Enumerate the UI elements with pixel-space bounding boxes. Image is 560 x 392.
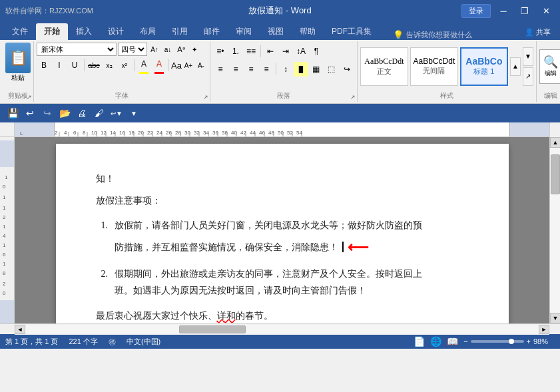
- show-para-button[interactable]: ¶: [309, 44, 324, 59]
- undo-list-qa[interactable]: ↩▼: [109, 106, 124, 120]
- decrease-indent-button[interactable]: ⇤: [263, 44, 278, 59]
- svg-text:1: 1: [3, 242, 6, 248]
- strikethrough-button[interactable]: abc: [87, 58, 101, 73]
- align-center-button[interactable]: ≡: [228, 62, 243, 77]
- horizontal-ruler: L 2 4 6 8 10 12 14 16 18 20: [15, 122, 549, 137]
- font-grow-btn[interactable]: A+: [182, 59, 194, 71]
- increase-indent-button[interactable]: ⇥: [278, 44, 293, 59]
- subscript-button[interactable]: x₂: [102, 58, 117, 73]
- multilevel-button[interactable]: ≡≡: [244, 44, 258, 59]
- zoom-control: − + 98%: [463, 337, 555, 345]
- paste-button[interactable]: 📋 粘贴: [5, 43, 31, 83]
- zoom-thumb[interactable]: [509, 339, 514, 344]
- clipboard-expand-icon[interactable]: ↗: [27, 94, 32, 100]
- styles-expand[interactable]: ↗: [523, 67, 533, 86]
- ending-paragraph: 最后衷心祝愿大家过个快乐、详和的春节。: [96, 307, 469, 323]
- tab-mailings[interactable]: 邮件: [196, 23, 228, 40]
- tab-view[interactable]: 视图: [260, 23, 292, 40]
- save-button-qa[interactable]: 💾: [5, 106, 20, 120]
- italic-button[interactable]: I: [52, 58, 67, 73]
- svg-text:1: 1: [3, 261, 6, 267]
- minimize-button[interactable]: ─: [495, 3, 512, 18]
- shading-button[interactable]: █: [294, 62, 308, 77]
- restore-button[interactable]: ❐: [516, 3, 533, 18]
- tab-file[interactable]: 文件: [4, 23, 36, 40]
- underline-button[interactable]: U: [67, 58, 82, 73]
- format-painter-qa[interactable]: 🖌: [92, 106, 107, 120]
- undo-button-qa[interactable]: ↩: [23, 106, 37, 120]
- font-expand-icon[interactable]: ↗: [203, 94, 208, 100]
- numbering-button[interactable]: 1.: [228, 44, 243, 59]
- font-size-select[interactable]: 四号: [118, 43, 147, 56]
- clear-format-button[interactable]: ✦: [188, 43, 200, 55]
- hscroll-left[interactable]: ◄: [15, 325, 25, 334]
- view-read[interactable]: 📖: [447, 336, 458, 347]
- style-no-spacing[interactable]: AaBbCcDdt 无间隔: [410, 47, 458, 86]
- styles-scroll-up[interactable]: ▲: [510, 57, 521, 76]
- style-heading1[interactable]: AaBbCo 标题 1: [460, 47, 508, 86]
- view-print[interactable]: 📄: [414, 336, 425, 347]
- tab-layout[interactable]: 布局: [132, 23, 164, 40]
- view-web[interactable]: 🌐: [430, 336, 441, 347]
- tab-help[interactable]: 帮助: [292, 23, 324, 40]
- scroll-down-button[interactable]: ▼: [550, 313, 560, 323]
- tab-insert[interactable]: 插入: [68, 23, 100, 40]
- zoom-level[interactable]: 98%: [533, 337, 555, 345]
- sort-button[interactable]: ↕A: [294, 44, 308, 59]
- zoom-slider[interactable]: [471, 340, 524, 343]
- scroll-thumb[interactable]: [551, 154, 560, 194]
- tab-design[interactable]: 设计: [100, 23, 132, 40]
- justify-button[interactable]: ≡: [259, 62, 274, 77]
- search-button[interactable]: 🔍 编辑: [539, 49, 560, 84]
- font-name-select[interactable]: 新宋体: [37, 43, 117, 56]
- text-highlight[interactable]: A: [137, 57, 151, 74]
- font-shrink-btn[interactable]: A-: [195, 59, 207, 71]
- login-button[interactable]: 登录: [461, 4, 491, 18]
- document-scroll[interactable]: 知！ 放假注意事项： 1. 放假前，请各部门人员关好门窗，关闭电源及水龙头等；做…: [15, 137, 549, 323]
- decrease-font-button[interactable]: a↓: [162, 43, 174, 55]
- zoom-minus[interactable]: −: [463, 337, 467, 345]
- open-button-qa[interactable]: 📂: [57, 106, 72, 120]
- scroll-up-button[interactable]: ▲: [550, 137, 560, 148]
- hscroll-thumb[interactable]: [179, 325, 246, 333]
- border-button[interactable]: ▦: [309, 62, 324, 77]
- indent-button[interactable]: ↪: [340, 62, 354, 77]
- increase-font-button[interactable]: A↑: [148, 43, 160, 55]
- style-normal[interactable]: AaBbCcDdt 正文: [360, 47, 408, 86]
- close-button[interactable]: ✕: [537, 3, 555, 18]
- text-cursor: [342, 242, 344, 252]
- tab-home[interactable]: 开始: [36, 23, 68, 40]
- font-color[interactable]: A: [152, 57, 166, 74]
- bullets-button[interactable]: ≡•: [213, 44, 228, 59]
- line-spacing-button[interactable]: ↕: [278, 62, 293, 77]
- vertical-ruler: 1 0 1 1 2 1 4 1 6 1 8 2 0: [0, 137, 15, 323]
- person-icon: 👤: [525, 28, 534, 37]
- align-left-button[interactable]: ≡: [213, 62, 228, 77]
- horizontal-scrollbar[interactable]: ◄ ►: [15, 324, 549, 335]
- zoom-plus[interactable]: +: [527, 337, 531, 345]
- svg-text:0: 0: [3, 184, 6, 190]
- bold-button[interactable]: B: [37, 58, 51, 73]
- lang-icon: ㊗: [109, 337, 116, 347]
- hscroll-right[interactable]: ►: [539, 325, 549, 334]
- separator: [84, 59, 85, 71]
- title-bar: 软件自学网：RJZXW.COM 放假通知 - Word 登录 ─ ❐ ✕: [0, 0, 560, 21]
- styles-scroll-down[interactable]: ▼: [523, 47, 533, 66]
- para-expand-icon[interactable]: ↗: [350, 94, 356, 100]
- tab-references[interactable]: 引用: [164, 23, 196, 40]
- print-button-qa[interactable]: 🖨: [75, 106, 89, 120]
- tab-pdf[interactable]: PDF工具集: [324, 23, 380, 40]
- tab-review[interactable]: 审阅: [228, 23, 260, 40]
- redo-button-qa[interactable]: ↪: [40, 106, 55, 120]
- vertical-scrollbar[interactable]: ▲ ▼: [549, 137, 560, 323]
- document-page: 知！ 放假注意事项： 1. 放假前，请各部门人员关好门窗，关闭电源及水龙头等；做…: [56, 144, 509, 323]
- share-area[interactable]: 👤 共享: [519, 25, 556, 40]
- tell-me[interactable]: 💡 告诉我你想要做什么: [388, 27, 477, 40]
- hscroll-track[interactable]: [25, 325, 539, 334]
- qa-more[interactable]: ▼: [127, 106, 141, 120]
- font-case-button[interactable]: Aᵃ: [175, 43, 187, 55]
- column-button[interactable]: ⬚: [324, 62, 339, 77]
- align-right-button[interactable]: ≡: [244, 62, 258, 77]
- scroll-track[interactable]: [550, 148, 560, 313]
- superscript-button[interactable]: x²: [117, 58, 132, 73]
